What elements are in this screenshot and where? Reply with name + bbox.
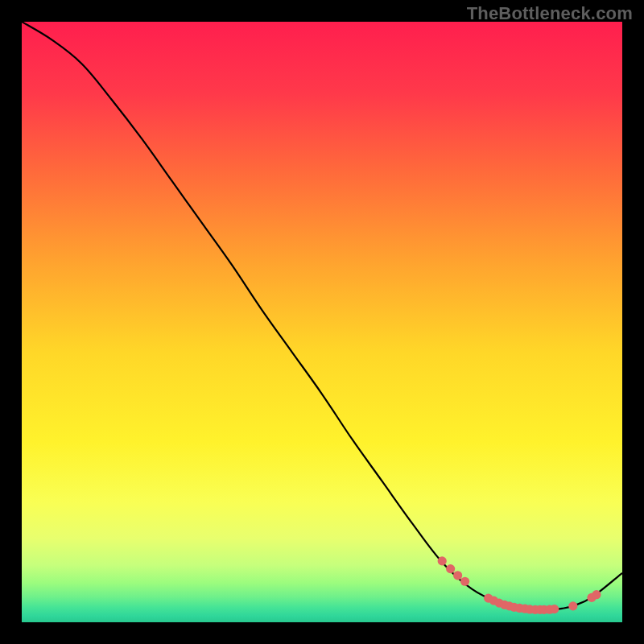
marker-point xyxy=(453,571,462,580)
marker-point xyxy=(568,601,577,610)
marker-point xyxy=(550,605,559,613)
marker-point xyxy=(446,564,455,573)
marker-point xyxy=(460,577,469,586)
plot-area xyxy=(22,22,622,622)
marker-point xyxy=(438,556,447,565)
gradient-background xyxy=(22,22,622,622)
marker-point xyxy=(592,590,601,599)
chart-svg xyxy=(22,22,622,622)
chart-frame: TheBottleneck.com xyxy=(0,0,644,644)
